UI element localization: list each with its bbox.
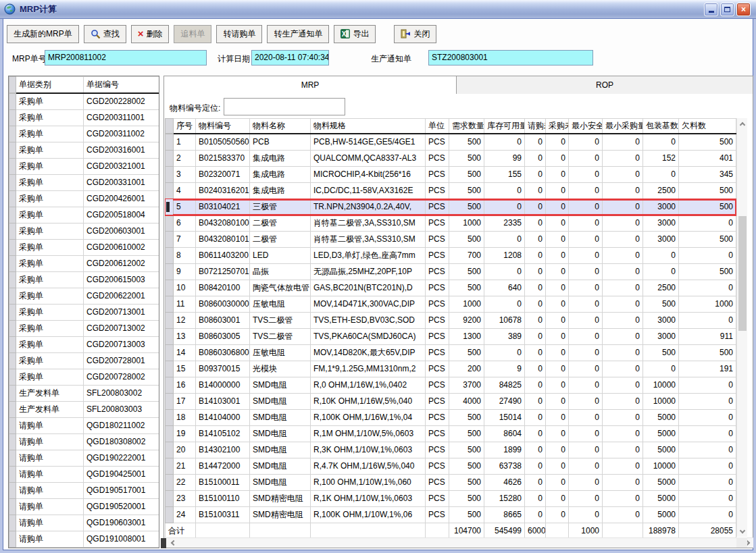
close-button[interactable]: 关闭 bbox=[394, 25, 436, 43]
row-selector[interactable] bbox=[9, 110, 16, 126]
row-selector[interactable] bbox=[166, 507, 174, 523]
doc-row[interactable]: 采购单CGD200610002 bbox=[9, 240, 160, 256]
mrp-row[interactable]: 10B08420100陶瓷气体放电管GAS,BC201N(BTC201N),DP… bbox=[166, 280, 736, 296]
doc-row[interactable]: 采购单CGD200713003 bbox=[9, 337, 160, 353]
mrp-row[interactable]: 9B0721250701晶振无源晶振,25MHZ,20PF,10PPCS5000… bbox=[166, 264, 736, 280]
row-selector[interactable] bbox=[9, 272, 16, 288]
row-selector[interactable] bbox=[166, 475, 174, 491]
vertical-scroll-thumb[interactable] bbox=[738, 216, 747, 331]
row-selector[interactable] bbox=[166, 377, 174, 394]
material-locator-input[interactable] bbox=[224, 98, 345, 115]
horizontal-scroll-thumb[interactable] bbox=[161, 538, 166, 548]
doc-row[interactable]: 请购单QGD190603001 bbox=[9, 515, 160, 531]
calc-date-field[interactable]: 2020-08-11 07:40:34 bbox=[251, 50, 329, 65]
minimize-button[interactable] bbox=[704, 3, 718, 16]
mrp-column-header[interactable]: 序号 bbox=[174, 119, 196, 134]
maximize-button[interactable] bbox=[720, 3, 734, 16]
new-mrp-button[interactable]: 生成新的MRP单 bbox=[7, 25, 79, 43]
mrp-row[interactable]: 11B0860030000压敏电阻MOV,14D471K,300VAC,DIPP… bbox=[166, 296, 736, 313]
row-selector[interactable] bbox=[166, 280, 174, 296]
doc-row[interactable]: 采购单CGD200622001 bbox=[9, 288, 160, 305]
row-selector[interactable] bbox=[9, 288, 16, 305]
close-window-button[interactable]: × bbox=[736, 3, 751, 16]
mrp-row[interactable]: 18B14104000SMD电阻R,100K OHM,1/16W,1%,04PC… bbox=[166, 410, 736, 426]
row-selector[interactable] bbox=[9, 93, 16, 110]
prod-notice-field[interactable]: STZ200803001 bbox=[428, 50, 593, 65]
mrp-column-header[interactable]: 单位 bbox=[426, 119, 449, 134]
mrp-row[interactable]: 2B021583370集成电路QUALCOMM,QCA8337-AL3PCS50… bbox=[166, 151, 736, 167]
doc-row[interactable]: 采购单CGD200321001 bbox=[9, 159, 160, 175]
doc-row[interactable]: 请购单QGD190425001 bbox=[9, 467, 160, 483]
row-selector[interactable] bbox=[9, 126, 16, 142]
doc-row[interactable]: 采购单CGD200426001 bbox=[9, 191, 160, 207]
doc-row[interactable]: 采购单CGD200311001 bbox=[9, 110, 160, 126]
row-selector[interactable] bbox=[9, 223, 16, 240]
scroll-up-arrow-icon[interactable] bbox=[737, 118, 748, 129]
mrp-column-header[interactable]: 需求数量 bbox=[449, 119, 484, 134]
row-selector[interactable] bbox=[9, 191, 16, 207]
row-selector[interactable] bbox=[166, 345, 174, 361]
doc-row[interactable]: 请购单QGD190222001 bbox=[9, 450, 160, 467]
doc-row[interactable]: 采购单CGD200713002 bbox=[9, 321, 160, 337]
doc-row[interactable]: 生产发料单SFL200803002 bbox=[9, 386, 160, 402]
row-selector[interactable] bbox=[166, 361, 174, 377]
mrp-column-header[interactable]: 最小采购量 bbox=[603, 119, 643, 134]
mrp-column-header[interactable]: 物料名称 bbox=[250, 119, 311, 134]
mrp-row[interactable]: 23B15100110SMD精密电阻R,1K OHM,1/10W,1%,0603… bbox=[166, 491, 736, 507]
delete-button[interactable]: ×删除 bbox=[131, 25, 170, 43]
row-selector[interactable] bbox=[9, 418, 16, 434]
row-selector[interactable] bbox=[166, 296, 174, 313]
scroll-down-arrow-icon[interactable] bbox=[737, 526, 748, 537]
mrp-row[interactable]: 16B14000000SMD电阻R,0 OHM,1/16W,1%,0402PCS… bbox=[166, 377, 736, 394]
row-selector[interactable] bbox=[166, 426, 174, 442]
row-selector[interactable] bbox=[9, 515, 16, 531]
row-selector[interactable] bbox=[9, 353, 16, 369]
to-requisition-button[interactable]: 转请购单 bbox=[216, 25, 262, 43]
mrp-no-field[interactable]: MRP200811002 bbox=[45, 50, 207, 65]
row-selector[interactable] bbox=[9, 402, 16, 418]
mrp-row[interactable]: 19B14105102SMD电阻R,1M OHM,1/10W,5%,0603PC… bbox=[166, 426, 736, 442]
doc-row[interactable]: 采购单CGD200612002 bbox=[9, 256, 160, 272]
mrp-column-header[interactable]: 包装基数 bbox=[643, 119, 679, 134]
mrp-column-header[interactable]: 物料编号 bbox=[196, 119, 250, 134]
mrp-row[interactable]: 14B0860306800压敏电阻MOV,14D820K,最大65V,DIPPC… bbox=[166, 345, 736, 361]
doc-row[interactable]: 采购单CGD200728002 bbox=[9, 369, 160, 386]
scroll-left-arrow-icon[interactable] bbox=[167, 537, 178, 548]
row-selector[interactable] bbox=[166, 313, 174, 329]
row-selector[interactable] bbox=[166, 199, 174, 215]
row-selector[interactable] bbox=[166, 134, 174, 151]
mrp-row[interactable]: 6B0432080100二极管肖特基二极管,3A,SS310,SMPCS1000… bbox=[166, 215, 736, 232]
mrp-row[interactable]: 20B14302100SMD电阻R,3K OHM,1/10W,1%,0603PC… bbox=[166, 442, 736, 458]
doc-row[interactable]: 采购单CGD200728001 bbox=[9, 353, 160, 369]
row-selector[interactable] bbox=[9, 321, 16, 337]
row-selector[interactable] bbox=[166, 248, 174, 264]
doc-row[interactable]: 请购单QGD180308002 bbox=[9, 434, 160, 450]
mrp-row[interactable]: 22B15100011SMD电阻R,100 OHM,1/10W,1%,060PC… bbox=[166, 475, 736, 491]
doc-row[interactable]: 请购单QGD180211002 bbox=[9, 418, 160, 434]
doc-row[interactable]: 采购单CGD200713001 bbox=[9, 305, 160, 321]
mrp-row[interactable]: 17B14103001SMD电阻R,10K OHM,1/16W,5%,040PC… bbox=[166, 394, 736, 410]
row-selector[interactable] bbox=[166, 264, 174, 280]
mrp-column-header[interactable]: 最小安全库存 bbox=[569, 119, 603, 134]
mrp-row[interactable]: 13B08603005TVS二极管TVS,PKA60CA(SMDJ60CA)PC… bbox=[166, 329, 736, 345]
tab-rop[interactable]: ROP bbox=[457, 76, 753, 95]
doc-row[interactable]: 生产发料单SFL200803003 bbox=[9, 402, 160, 418]
mrp-row[interactable]: 8B0611403200LEDLED,D3,单灯,绿色,座高7mmPCS7001… bbox=[166, 248, 736, 264]
horizontal-scrollbar[interactable] bbox=[164, 537, 753, 548]
row-selector[interactable] bbox=[166, 329, 174, 345]
row-selector[interactable] bbox=[9, 256, 16, 272]
row-selector[interactable] bbox=[9, 337, 16, 353]
row-selector[interactable] bbox=[9, 467, 16, 483]
row-selector[interactable] bbox=[166, 442, 174, 458]
row-selector[interactable] bbox=[166, 394, 174, 410]
doc-row[interactable]: 采购单CGD200603001 bbox=[9, 223, 160, 240]
doc-row[interactable]: 采购单CGD200316001 bbox=[9, 142, 160, 159]
row-selector[interactable] bbox=[9, 531, 16, 548]
to-prod-notice-button[interactable]: 转生产通知单 bbox=[267, 25, 329, 43]
doc-row[interactable]: 采购单CGD200518004 bbox=[9, 207, 160, 223]
row-selector[interactable] bbox=[166, 215, 174, 232]
row-selector[interactable] bbox=[9, 386, 16, 402]
mrp-row[interactable]: 21B14472000SMD电阻R,4.7K OHM,1/16W,5%,040P… bbox=[166, 458, 736, 475]
mrp-row[interactable]: 15B09370015光模块FM,1*9,1.25G,MM1310nm,2PCS… bbox=[166, 361, 736, 377]
doc-column-header[interactable]: 单据类别 bbox=[16, 77, 84, 94]
